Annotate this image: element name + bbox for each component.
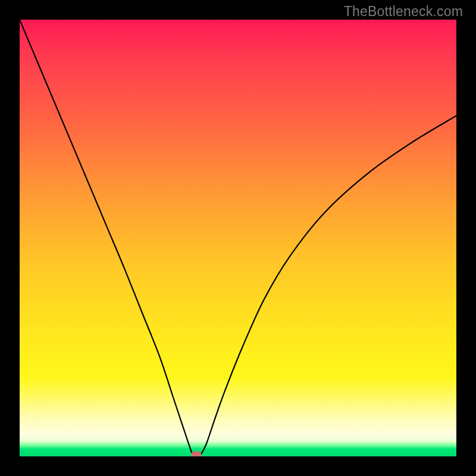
chart-frame: TheBottleneck.com: [0, 0, 476, 476]
bottleneck-curve: [20, 20, 456, 456]
watermark-text: TheBottleneck.com: [344, 4, 463, 20]
plot-area: [20, 20, 456, 456]
optimum-marker: [192, 452, 202, 457]
